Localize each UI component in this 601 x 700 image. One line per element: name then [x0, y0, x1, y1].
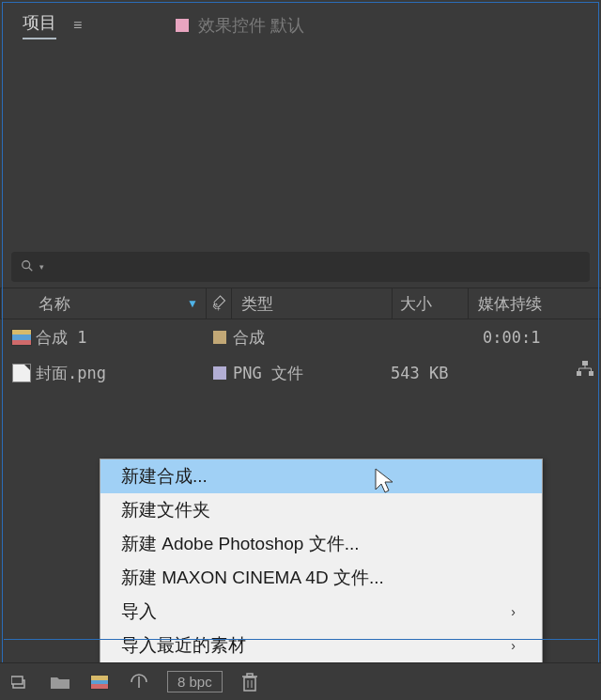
menu-item-label: 导入 [121, 599, 157, 624]
menu-new-c4d-file[interactable]: 新建 MAXON CINEMA 4D 文件... [100, 561, 542, 595]
item-tag-color[interactable] [213, 366, 226, 380]
menu-new-photoshop-file[interactable]: 新建 Adobe Photoshop 文件... [100, 527, 542, 561]
menu-item-label: 新建合成... [121, 464, 208, 489]
new-composition-icon[interactable] [88, 672, 111, 692]
menu-new-composition[interactable]: 新建合成... [100, 459, 542, 493]
search-icon [21, 259, 34, 275]
submenu-arrow-icon: › [511, 604, 516, 619]
project-settings-icon[interactable] [128, 672, 150, 692]
item-type: PNG 文件 [233, 363, 391, 384]
project-footer-bar: 8 bpc [0, 662, 601, 700]
tag-icon: 🏷 [208, 292, 230, 315]
menu-item-label: 新建文件夹 [121, 498, 210, 522]
menu-import-recent[interactable]: 导入最近的素材 › [100, 629, 542, 662]
column-headers: 名称 ▼ 🏷 类型 大小 媒体持续 [0, 288, 601, 319]
composition-icon [11, 329, 32, 346]
svg-rect-14 [247, 674, 253, 677]
tab-project[interactable]: 项目 [23, 11, 56, 39]
item-name: 封面.png [36, 363, 207, 384]
menu-item-label: 新建 MAXON CINEMA 4D 文件... [121, 566, 384, 590]
panel-menu-icon[interactable]: ≡ [73, 17, 82, 34]
item-size: 543 KB [391, 364, 483, 382]
image-file-icon [12, 364, 31, 382]
item-name: 合成 1 [36, 327, 207, 349]
column-size[interactable]: 大小 [393, 293, 468, 315]
trash-icon[interactable] [239, 672, 260, 692]
menu-import[interactable]: 导入 › [100, 595, 542, 629]
color-depth-toggle[interactable]: 8 bpc [167, 671, 223, 692]
item-type: 合成 [233, 327, 391, 349]
column-tag[interactable]: 🏷 [207, 295, 231, 312]
svg-rect-12 [244, 677, 255, 691]
column-type[interactable]: 类型 [232, 293, 392, 315]
project-item-row[interactable]: 合成 1 合成 0:00:1 [0, 319, 601, 355]
panel-tab-bar: 项目 ≡ 效果控件 默认 [0, 0, 601, 47]
svg-point-0 [23, 260, 30, 268]
effect-controls-label: 效果控件 默认 [198, 14, 304, 37]
tab-effect-controls[interactable]: 效果控件 默认 [176, 14, 304, 37]
item-tag-color[interactable] [213, 331, 226, 344]
project-preview-area [0, 47, 601, 252]
new-folder-icon[interactable] [49, 672, 71, 692]
project-item-row[interactable]: 封面.png PNG 文件 543 KB [0, 355, 601, 391]
context-menu: 新建合成... 新建文件夹 新建 Adobe Photoshop 文件... 新… [100, 459, 543, 663]
sort-indicator-icon: ▼ [187, 297, 198, 310]
svg-rect-3 [577, 371, 581, 376]
menu-item-label: 新建 Adobe Photoshop 文件... [121, 532, 359, 556]
svg-rect-10 [11, 677, 23, 684]
search-dropdown-icon[interactable]: ▾ [39, 262, 44, 272]
svg-line-1 [29, 267, 33, 271]
menu-item-label: 导入最近的素材 [121, 633, 246, 658]
svg-rect-4 [589, 371, 593, 376]
svg-rect-2 [582, 361, 588, 366]
search-input[interactable]: ▾ [11, 252, 590, 282]
column-media-duration[interactable]: 媒体持续 [469, 293, 601, 315]
interpret-footage-icon[interactable] [9, 672, 32, 692]
submenu-arrow-icon: › [511, 638, 516, 653]
flowchart-icon[interactable] [577, 361, 595, 376]
item-media-duration: 0:00:1 [483, 328, 601, 347]
menu-new-folder[interactable]: 新建文件夹 [100, 493, 542, 527]
effect-controls-color-icon [176, 19, 189, 32]
column-name[interactable]: 名称 ▼ [1, 293, 206, 315]
column-name-label: 名称 [39, 293, 70, 315]
selection-divider [4, 639, 597, 640]
